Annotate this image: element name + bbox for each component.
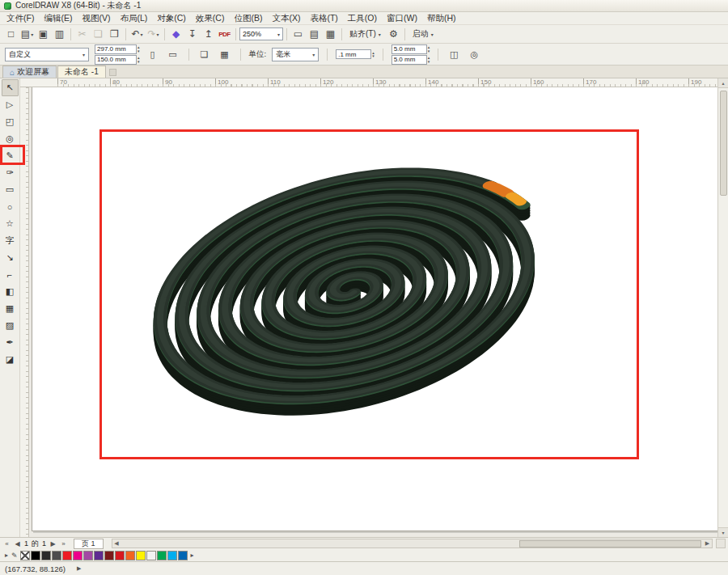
vertical-scrollbar[interactable]: ▴ ▾ [717,78,728,537]
scroll-left-button[interactable]: ◀ [112,540,121,547]
fill-tool[interactable]: ◪ [2,351,19,368]
redo-button[interactable]: ↷▾ [146,27,161,42]
color-swatch[interactable] [157,551,167,560]
artistic-media-tool[interactable]: ✑ [2,164,19,181]
color-swatch[interactable] [31,551,40,560]
crop-tool[interactable]: ◰ [2,113,19,130]
scroll-down-button[interactable]: ▾ [718,527,728,537]
options-shortcut-button[interactable]: ◎ [467,47,481,61]
new-button[interactable]: □ [3,27,19,42]
menu-item[interactable]: 位图(B) [229,12,267,24]
pick-tool[interactable]: ↖ [2,79,19,96]
fullscreen-preview-button[interactable]: ▭ [290,27,306,42]
palette-flyout-arrow[interactable]: ▸ [2,552,11,559]
launch-button[interactable]: 启动 ▾ [408,27,438,42]
menu-item[interactable]: 效果(C) [191,12,230,24]
page-height-stepper[interactable]: ▴▾ [138,56,140,63]
menu-item[interactable]: 布局(L) [115,12,152,24]
duplicate-distance-x-field[interactable]: 5.0 mm [392,44,427,54]
snap-to-button[interactable]: 贴齐(T) ▾ [345,27,385,42]
interactive-fill-tool[interactable]: ◧ [2,283,19,300]
treat-as-filled-button[interactable]: ◫ [447,47,461,61]
page-size-preset-combobox[interactable]: 自定义 ▾ [5,48,89,61]
menu-item[interactable]: 对象(C) [152,12,191,24]
no-color-swatch[interactable] [20,551,30,560]
color-swatch[interactable] [62,551,72,560]
menu-item[interactable]: 视图(V) [77,12,115,24]
portrait-button[interactable]: ▯ [146,47,160,61]
zoom-level-combobox[interactable]: 250% ▾ [239,27,283,40]
page-1-tab[interactable]: 页 1 [74,539,104,549]
options-button[interactable]: ⚙ [386,27,401,42]
smart-fill-tool[interactable]: ▨ [2,317,19,334]
horizontal-scroll-thumb[interactable] [519,540,701,548]
color-swatch[interactable] [104,551,114,560]
color-swatch[interactable] [94,551,104,560]
current-page-button[interactable]: ▦ [218,47,232,61]
search-content-button[interactable]: ◆ [168,27,184,42]
navigator-corner-button[interactable] [716,539,726,548]
status-flyout-arrow[interactable]: ▶ [77,565,81,572]
shape-tool[interactable]: ▷ [2,96,19,113]
page-width-stepper[interactable]: ▴▾ [138,45,140,53]
publish-pdf-button[interactable]: PDF [217,27,232,42]
ellipse-tool[interactable]: ○ [2,198,19,215]
color-swatch[interactable] [136,551,146,560]
horizontal-scrollbar[interactable]: ◀ ▶ [112,539,713,548]
color-swatch[interactable] [83,551,93,560]
first-page-button[interactable]: « [2,540,11,548]
page-height-field[interactable]: 150.0 mm [95,55,137,65]
paste-button[interactable]: ❐ [107,27,122,42]
dimension-tool[interactable]: ↘ [2,249,19,266]
all-pages-button[interactable]: ❏ [197,47,212,61]
nudge-distance-field[interactable]: .1 mm [336,49,371,59]
page-width-field[interactable]: 297.0 mm [95,44,137,54]
color-swatch[interactable] [146,551,156,560]
menu-item[interactable]: 编辑(E) [39,12,77,24]
color-swatch[interactable] [125,551,135,560]
show-rulers-button[interactable]: ▤ [307,27,322,42]
open-button[interactable]: ▤▾ [19,27,35,42]
vertical-scroll-thumb[interactable] [720,91,727,196]
undo-button[interactable]: ↶▾ [129,27,145,42]
rectangle-tool[interactable]: ▭ [2,181,19,198]
print-button[interactable]: ▥ [52,27,67,42]
import-button[interactable]: ↧ [184,27,200,42]
cut-button[interactable]: ✂ [74,27,90,42]
scroll-right-button[interactable]: ▶ [703,540,712,547]
next-page-button[interactable]: ▶ [49,540,57,548]
duplicate-x-stepper[interactable]: ▴▾ [428,45,430,53]
menu-item[interactable]: 窗口(W) [382,12,422,24]
text-tool[interactable]: 字 [2,232,19,249]
color-swatch[interactable] [73,551,83,560]
menu-item[interactable]: 文本(X) [267,12,305,24]
connector-tool[interactable]: ⌐ [2,266,19,283]
new-tab-button[interactable] [109,69,116,76]
color-swatch[interactable] [178,551,188,560]
color-swatch[interactable] [167,551,177,560]
eyedropper-tool[interactable]: ✒ [2,334,19,351]
palette-scroll-right[interactable]: ▸ [188,552,197,559]
drawing-canvas[interactable] [29,87,717,537]
previous-page-button[interactable]: ◀ [13,540,22,548]
tab-welcome-screen[interactable]: ⌂ 欢迎屏幕 [2,66,57,78]
duplicate-distance-y-field[interactable]: 5.0 mm [392,55,427,65]
menu-item[interactable]: 表格(T) [305,12,342,24]
landscape-button[interactable]: ▭ [166,47,180,61]
save-button[interactable]: ▣ [36,27,51,42]
horizontal-ruler[interactable]: 70 80 90 100 110 120 130 140 150 [20,78,717,87]
tab-untitled-document[interactable]: 未命名 -1 [57,66,106,78]
duplicate-y-stepper[interactable]: ▴▾ [428,56,430,63]
units-combobox[interactable]: 毫米 ▾ [272,48,319,61]
show-grid-button[interactable]: ▦ [323,27,338,42]
nudge-distance-stepper[interactable]: ▴▾ [372,51,375,58]
color-swatch[interactable] [115,551,125,560]
menu-item[interactable]: 帮助(H) [422,12,461,24]
menu-item[interactable]: 文件(F) [2,12,39,24]
color-swatch[interactable] [41,551,51,560]
copy-button[interactable]: ❏ [91,27,106,42]
color-swatch[interactable] [52,551,61,560]
scroll-up-button[interactable]: ▴ [718,78,728,88]
export-button[interactable]: ↥ [201,27,216,42]
mesh-fill-tool[interactable]: ▦ [2,300,19,317]
